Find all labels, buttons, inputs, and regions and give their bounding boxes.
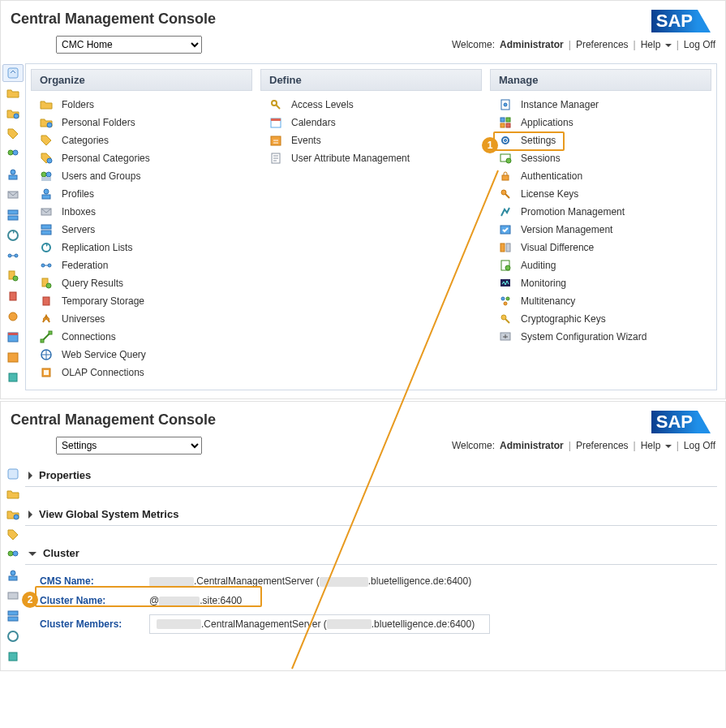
- rail-replication-icon[interactable]: [2, 226, 24, 244]
- rail-federation-icon[interactable]: [2, 247, 24, 265]
- manage-item-version-management[interactable]: Version Management: [490, 221, 711, 239]
- organize-item-replication-lists[interactable]: Replication Lists: [31, 239, 252, 256]
- rail-inbox-icon[interactable]: [2, 587, 24, 605]
- define-item-user-attribute-management[interactable]: User Attribute Management: [260, 149, 482, 167]
- rail-calendar-icon[interactable]: [2, 328, 24, 346]
- svg-point-36: [44, 318, 46, 321]
- svg-point-73: [8, 551, 13, 556]
- organize-item-personal-folders[interactable]: Personal Folders: [31, 114, 252, 131]
- organize-item-olap-connections[interactable]: OLAP Connections: [31, 364, 252, 381]
- svg-point-13: [13, 276, 18, 281]
- rail-categories-icon[interactable]: [2, 125, 24, 143]
- rail-users-icon[interactable]: [2, 546, 24, 564]
- section-metrics[interactable]: View Global System Metrics: [25, 503, 717, 526]
- cluster-body: CMS Name: .CentralManagementServer (.blu…: [25, 565, 717, 646]
- item-label: Applications: [521, 117, 573, 128]
- help-menu[interactable]: Help: [641, 440, 672, 451]
- manage-item-auditing[interactable]: Auditing: [490, 256, 711, 274]
- cms-name-label: CMS Name:: [40, 575, 149, 587]
- rail-misc-icon[interactable]: [2, 368, 24, 386]
- organize-item-web-service-query[interactable]: Web Service Query: [31, 346, 252, 364]
- rail-folder-icon[interactable]: [2, 84, 24, 102]
- rail-categories-icon[interactable]: [2, 526, 24, 544]
- settings-icon: [498, 134, 513, 147]
- organize-item-servers[interactable]: Servers: [31, 221, 252, 239]
- help-menu[interactable]: Help: [641, 39, 672, 50]
- rail-home-icon[interactable]: [2, 64, 24, 82]
- cluster-members-value: .CentralManagementServer (.bluetelligenc…: [149, 614, 490, 634]
- item-label: Users and Groups: [62, 170, 140, 182]
- connection-icon: [39, 330, 54, 343]
- rail-folder-icon[interactable]: [2, 485, 24, 503]
- organize-item-federation[interactable]: Federation: [31, 256, 252, 274]
- organize-header: Organize: [31, 69, 252, 91]
- define-item-access-levels[interactable]: Access Levels: [260, 96, 482, 114]
- item-label: Monitoring: [521, 278, 566, 289]
- rail-replication-icon[interactable]: [2, 627, 24, 645]
- organize-item-profiles[interactable]: Profiles: [31, 185, 252, 203]
- manage-item-cryptographic-keys[interactable]: Cryptographic Keys: [490, 310, 711, 328]
- item-label: Web Service Query: [62, 349, 146, 360]
- manage-item-multitenancy[interactable]: Multitenancy: [490, 292, 711, 310]
- rail-servers-icon[interactable]: [2, 607, 24, 625]
- redacted-text: [149, 577, 194, 587]
- svg-point-21: [47, 158, 52, 163]
- rail-misc-icon[interactable]: [2, 648, 24, 666]
- organize-item-folders[interactable]: Folders: [31, 96, 252, 114]
- organize-item-personal-categories[interactable]: Personal Categories: [31, 149, 252, 167]
- rail-personal-folder-icon[interactable]: [2, 105, 24, 123]
- rail-query-icon[interactable]: [2, 267, 24, 285]
- manage-item-settings[interactable]: Settings: [490, 131, 711, 149]
- organize-item-connections[interactable]: Connections: [31, 328, 252, 346]
- manage-column: Manage Instance ManagerApplicationsSetti…: [490, 69, 711, 381]
- svg-point-80: [8, 631, 18, 641]
- organize-item-users-and-groups[interactable]: Users and Groups: [31, 167, 252, 185]
- manage-item-instance-manager[interactable]: Instance Manager: [490, 96, 711, 114]
- organize-item-categories[interactable]: Categories: [31, 131, 252, 149]
- sap-logo: SAP: [651, 10, 698, 32]
- organize-item-query-results[interactable]: Query Results: [31, 274, 252, 292]
- rail-temp-icon[interactable]: [2, 287, 24, 305]
- nav-select-settings[interactable]: Settings: [56, 437, 202, 454]
- chevron-down-icon: [28, 552, 37, 556]
- svg-point-37: [47, 318, 49, 321]
- item-label: Authentication: [521, 170, 582, 182]
- chevron-down-icon: [665, 445, 672, 448]
- logoff-link[interactable]: Log Off: [684, 39, 715, 50]
- svg-rect-78: [8, 611, 18, 615]
- rail-events-icon[interactable]: [2, 348, 24, 366]
- organize-item-temporary-storage[interactable]: Temporary Storage: [31, 292, 252, 310]
- manage-item-sessions[interactable]: Sessions: [490, 149, 711, 167]
- define-item-calendars[interactable]: Calendars: [260, 114, 482, 131]
- rail-home-icon[interactable]: [2, 465, 24, 483]
- section-properties[interactable]: Properties: [25, 464, 717, 487]
- rail-servers-icon[interactable]: [2, 206, 24, 224]
- rail-users-icon[interactable]: [2, 145, 24, 163]
- organize-item-universes[interactable]: Universes: [31, 310, 252, 328]
- rail-inbox-icon[interactable]: [2, 186, 24, 204]
- section-cluster[interactable]: Cluster: [25, 542, 717, 565]
- svg-point-72: [14, 515, 19, 519]
- define-item-events[interactable]: Events: [260, 131, 482, 149]
- rail-profiles-icon[interactable]: [2, 566, 24, 584]
- nav-select[interactable]: CMC Home: [56, 36, 202, 54]
- preferences-link[interactable]: Preferences: [576, 440, 629, 451]
- manage-item-system-configuration-wizard[interactable]: System Configuration Wizard: [490, 328, 711, 346]
- manage-item-applications[interactable]: Applications: [490, 114, 711, 131]
- preferences-link[interactable]: Preferences: [576, 39, 629, 50]
- logoff-link[interactable]: Log Off: [684, 440, 715, 451]
- item-label: Cryptographic Keys: [521, 313, 606, 325]
- manage-item-license-keys[interactable]: License Keys: [490, 185, 711, 203]
- chevron-right-icon: [28, 510, 32, 519]
- manage-item-authentication[interactable]: Authentication: [490, 167, 711, 185]
- rail-personal-folder-icon[interactable]: [2, 506, 24, 523]
- svg-rect-0: [8, 68, 18, 78]
- rail-universe-icon[interactable]: [2, 308, 24, 325]
- rail-profiles-icon[interactable]: [2, 166, 24, 183]
- manage-item-promotion-management[interactable]: Promotion Management: [490, 203, 711, 221]
- tag-person-icon: [39, 152, 54, 165]
- webservice-icon: [39, 348, 54, 361]
- manage-item-monitoring[interactable]: Monitoring: [490, 274, 711, 292]
- organize-item-inboxes[interactable]: Inboxes: [31, 203, 252, 221]
- manage-item-visual-difference[interactable]: Visual Difference: [490, 239, 711, 256]
